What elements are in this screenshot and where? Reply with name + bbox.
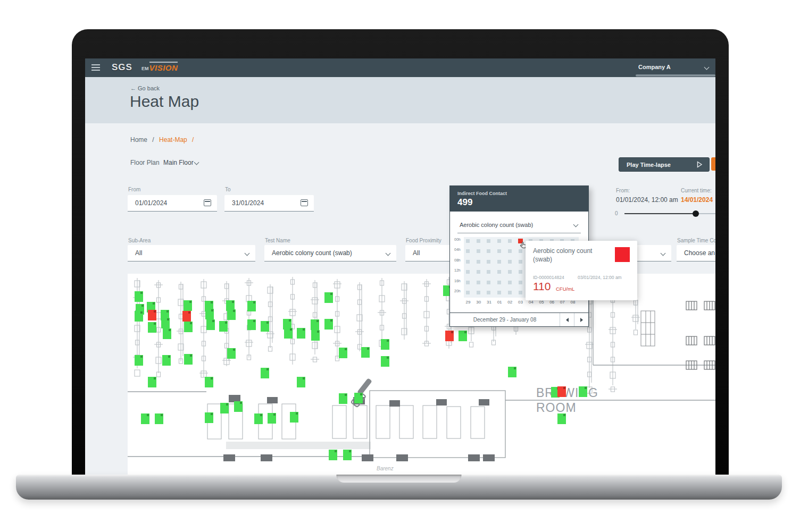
sample-point-ok[interactable] xyxy=(361,347,370,358)
sample-point-ok[interactable] xyxy=(205,309,214,319)
grid-cell[interactable] xyxy=(487,260,490,264)
sample-point-ok[interactable] xyxy=(227,309,236,320)
grid-cell[interactable] xyxy=(508,260,512,264)
sample-point-ok[interactable] xyxy=(311,330,320,341)
timeline-slider-handle[interactable] xyxy=(693,210,699,217)
grid-cell[interactable] xyxy=(477,270,480,274)
sample-point-alert[interactable] xyxy=(557,386,566,397)
date-to-input[interactable]: 31/01/2024 xyxy=(224,195,314,212)
sample-point-ok[interactable] xyxy=(381,356,389,367)
sample-point-ok[interactable] xyxy=(247,319,256,330)
grid-cell[interactable] xyxy=(477,239,480,243)
sample-point-ok[interactable] xyxy=(557,413,566,424)
grid-cell[interactable] xyxy=(497,249,501,253)
sample-point-ok[interactable] xyxy=(219,321,228,332)
grid-cell[interactable] xyxy=(497,239,501,243)
go-back-link[interactable]: ← Go back xyxy=(130,85,160,91)
grid-cell[interactable] xyxy=(508,249,512,253)
sample-point-ok[interactable] xyxy=(155,413,163,424)
sample-point-ok[interactable] xyxy=(141,413,149,424)
timelapse-secondary-button[interactable] xyxy=(711,157,715,171)
sample-point-ok[interactable] xyxy=(163,328,171,339)
grid-cell[interactable] xyxy=(497,270,501,274)
sample-point-ok[interactable] xyxy=(290,412,298,423)
sample-point-ok[interactable] xyxy=(206,319,215,330)
sample-point-ok[interactable] xyxy=(284,328,293,339)
sample-point-ok[interactable] xyxy=(184,354,193,365)
grid-cell[interactable] xyxy=(477,260,480,264)
grid-cell[interactable] xyxy=(519,281,522,284)
sample-point-ok[interactable] xyxy=(184,322,193,332)
grid-cell[interactable] xyxy=(466,291,470,294)
scrollbar-horizontal[interactable] xyxy=(636,74,715,77)
sample-point-ok[interactable] xyxy=(148,377,156,387)
sample-point-ok[interactable] xyxy=(268,413,276,424)
grid-cell[interactable] xyxy=(487,239,490,243)
grid-cell[interactable] xyxy=(519,260,522,264)
company-selector[interactable]: Company A xyxy=(638,64,671,70)
hamburger-menu-icon[interactable] xyxy=(91,64,100,71)
grid-cell[interactable] xyxy=(466,281,470,284)
grid-cell[interactable] xyxy=(487,281,490,284)
grid-cell[interactable] xyxy=(466,260,470,264)
sample-point-ok[interactable] xyxy=(234,401,243,412)
grid-cell[interactable] xyxy=(508,270,512,274)
sample-point-ok[interactable] xyxy=(339,393,347,404)
floor-plan-select[interactable]: Main Floor xyxy=(163,159,194,166)
sample-point-alert[interactable] xyxy=(182,311,191,322)
grid-cell[interactable] xyxy=(477,281,480,284)
calendar-icon[interactable] xyxy=(204,199,211,206)
calendar-icon[interactable] xyxy=(301,199,308,206)
filter-sampletime-select[interactable]: Choose an op xyxy=(677,245,715,261)
sample-point-ok[interactable] xyxy=(261,321,269,332)
grid-cell[interactable] xyxy=(477,291,480,294)
filter-subarea-select[interactable]: All xyxy=(128,245,255,261)
breadcrumb-current[interactable]: Heat-Map xyxy=(159,136,187,143)
sample-point-ok[interactable] xyxy=(354,393,363,403)
timeline-slider[interactable] xyxy=(624,213,715,214)
filter-testname-select[interactable]: Aerobic colony count (swab) xyxy=(264,245,396,261)
breadcrumb-home[interactable]: Home xyxy=(130,136,147,143)
previous-range-button[interactable] xyxy=(560,313,574,326)
floor-plan-canvas[interactable]: BREWING ROOM Barenz xyxy=(128,274,715,475)
sample-point-ok[interactable] xyxy=(297,377,305,387)
sample-point-ok[interactable] xyxy=(135,311,143,322)
sample-point-ok[interactable] xyxy=(261,368,269,378)
sample-point-ok[interactable] xyxy=(297,328,305,339)
popup-test-select[interactable]: Aerobic colony count (swab) xyxy=(457,217,581,233)
sample-point-ok[interactable] xyxy=(161,318,170,328)
sample-point-ok[interactable] xyxy=(254,413,263,424)
grid-cell[interactable] xyxy=(508,239,512,243)
grid-cell[interactable] xyxy=(508,291,512,294)
sample-point-alert[interactable] xyxy=(445,331,454,341)
grid-cell[interactable] xyxy=(508,281,512,284)
sample-point-ok[interactable] xyxy=(381,339,389,350)
grid-cell[interactable] xyxy=(487,249,490,253)
sample-point-ok[interactable] xyxy=(220,403,229,413)
grid-cell[interactable] xyxy=(519,270,522,274)
grid-cell[interactable] xyxy=(497,281,501,284)
sample-point-ok[interactable] xyxy=(311,319,319,330)
sample-point-ok[interactable] xyxy=(459,331,467,341)
grid-cell[interactable] xyxy=(466,270,470,274)
sample-point-ok[interactable] xyxy=(339,348,347,358)
grid-cell[interactable] xyxy=(497,291,501,294)
grid-cell[interactable] xyxy=(477,249,480,253)
sample-point-ok[interactable] xyxy=(184,300,192,311)
next-range-button[interactable] xyxy=(574,313,588,326)
sample-point-ok[interactable] xyxy=(135,355,143,366)
grid-cell[interactable] xyxy=(519,291,522,294)
sample-point-ok[interactable] xyxy=(227,348,236,359)
sample-point-alert[interactable] xyxy=(148,310,156,320)
sample-point-ok[interactable] xyxy=(205,412,213,423)
grid-cell[interactable] xyxy=(466,239,470,243)
play-timelapse-button[interactable]: Play Time-lapse xyxy=(619,157,710,172)
sample-point-ok[interactable] xyxy=(247,301,256,311)
grid-cell[interactable] xyxy=(487,270,490,274)
sample-point-ok[interactable] xyxy=(343,450,352,460)
grid-cell[interactable] xyxy=(466,249,470,253)
sample-point-ok[interactable] xyxy=(508,367,516,377)
sample-point-ok[interactable] xyxy=(329,450,337,460)
date-from-input[interactable]: 01/01/2024 xyxy=(128,195,217,212)
grid-cell[interactable] xyxy=(497,260,501,264)
